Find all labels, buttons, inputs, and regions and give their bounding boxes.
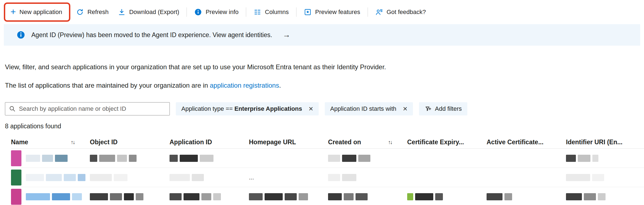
preview-features-label: Preview features xyxy=(315,9,360,16)
application-type-filter-prefix: Application type == xyxy=(181,105,234,112)
redacted-block xyxy=(55,155,68,162)
column-header-identifier-uri[interactable]: Identifier URI (En... xyxy=(566,138,644,146)
description-line-1: View, filter, and search applications in… xyxy=(5,63,639,71)
new-application-button[interactable]: + New application xyxy=(6,4,67,20)
new-application-label: New application xyxy=(20,9,62,16)
redacted-block xyxy=(114,174,127,181)
application-registrations-link[interactable]: application registrations xyxy=(210,82,279,89)
add-filters-button[interactable]: Add filters xyxy=(419,102,467,115)
column-header-application-id-label: Application ID xyxy=(170,138,212,146)
download-export-button[interactable]: Download (Export) xyxy=(113,4,184,20)
refresh-button[interactable]: Refresh xyxy=(71,4,113,20)
search-input[interactable] xyxy=(5,102,170,115)
app-avatar xyxy=(11,189,21,205)
got-feedback-button[interactable]: Got feedback? xyxy=(371,4,431,20)
redacted-block xyxy=(26,193,50,200)
application-id-filter-pill[interactable]: Application ID starts with × xyxy=(325,102,413,115)
toolbar-divider xyxy=(368,7,368,17)
got-feedback-label: Got feedback? xyxy=(387,9,426,16)
column-header-created-on[interactable]: Created on ↑↓ xyxy=(328,138,407,146)
cell-application_id xyxy=(170,174,249,181)
toolbar-divider xyxy=(246,7,246,17)
refresh-icon xyxy=(76,8,84,16)
redacted-block xyxy=(192,174,204,181)
redacted-block xyxy=(566,193,582,200)
cell-identifier_uri xyxy=(566,174,644,181)
redacted-block xyxy=(26,174,44,181)
redacted-block xyxy=(201,193,211,200)
redacted-block xyxy=(180,155,198,162)
redacted-block xyxy=(72,193,82,200)
redacted-block xyxy=(184,193,199,200)
redacted-block xyxy=(110,193,122,200)
redacted-block xyxy=(435,193,443,200)
redacted-block xyxy=(170,174,190,181)
preview-features-icon xyxy=(304,8,312,16)
redacted-block xyxy=(200,155,213,162)
cell-created_on xyxy=(328,174,407,181)
preview-features-button[interactable]: Preview features xyxy=(299,4,365,20)
redacted-block xyxy=(170,193,182,200)
redacted-block xyxy=(299,193,308,200)
redacted-block xyxy=(356,193,368,200)
redacted-block xyxy=(487,193,503,200)
redacted-block xyxy=(64,174,76,181)
description-line-2-period: . xyxy=(279,82,281,89)
download-icon xyxy=(118,8,126,16)
column-header-active-certificate[interactable]: Active Certificate... xyxy=(487,138,566,146)
table-row[interactable]: ... xyxy=(11,168,644,187)
redacted-block xyxy=(136,193,143,200)
redacted-block xyxy=(358,155,370,162)
toolbar-divider xyxy=(296,7,296,17)
new-application-highlight-box: + New application xyxy=(4,2,70,22)
banner-message: Agent ID (Preview) has been moved to the… xyxy=(31,31,272,39)
redacted-block xyxy=(584,193,596,200)
redacted-block xyxy=(78,174,85,181)
cell-homepage_url: ... xyxy=(249,174,328,181)
banner-info-icon xyxy=(16,31,25,39)
description-line-2-text: The list of applications that are mainta… xyxy=(5,82,210,89)
cell-application_id xyxy=(170,155,249,162)
column-header-object-id[interactable]: Object ID xyxy=(90,138,170,146)
sort-icon[interactable]: ↑↓ xyxy=(388,139,392,145)
info-icon xyxy=(194,8,202,16)
redacted-block xyxy=(90,174,112,181)
column-header-homepage-url[interactable]: Homepage URL xyxy=(249,138,328,146)
redacted-block xyxy=(342,155,356,162)
columns-label: Columns xyxy=(265,9,289,16)
columns-button[interactable]: Columns xyxy=(249,4,293,20)
column-header-application-id[interactable]: Application ID xyxy=(170,138,249,146)
redacted-block xyxy=(285,193,297,200)
plus-icon: + xyxy=(10,7,16,16)
table-row[interactable] xyxy=(11,149,644,168)
cell-identifier_uri xyxy=(566,193,644,200)
redacted-block xyxy=(90,155,97,162)
preview-info-label: Preview info xyxy=(206,9,238,16)
redacted-block xyxy=(342,174,356,181)
column-header-certificate-expiry[interactable]: Certificate Expiry... xyxy=(407,138,487,146)
feedback-icon xyxy=(375,8,383,16)
sort-icon[interactable]: ↑↓ xyxy=(71,139,74,145)
cell-object_id xyxy=(90,155,170,162)
preview-info-button[interactable]: Preview info xyxy=(190,4,243,20)
table-row[interactable] xyxy=(11,187,644,205)
search-icon xyxy=(9,105,16,113)
cell-application_id xyxy=(170,193,249,200)
column-header-certificate-expiry-label: Certificate Expiry... xyxy=(407,138,464,146)
application-id-filter-label: Application ID starts with xyxy=(330,105,396,112)
redacted-block xyxy=(415,193,433,200)
cell-homepage_url xyxy=(249,193,328,200)
remove-id-filter-icon[interactable]: × xyxy=(403,105,407,113)
column-header-name[interactable]: Name ↑↓ xyxy=(11,138,90,146)
redacted-block xyxy=(566,155,576,162)
remove-type-filter-icon[interactable]: × xyxy=(309,105,313,113)
redacted-block xyxy=(566,174,590,181)
application-type-filter-pill[interactable]: Application type == Enterprise Applicati… xyxy=(176,102,319,115)
redacted-block xyxy=(598,193,606,200)
redacted-block xyxy=(213,193,221,200)
cell-name xyxy=(11,170,90,185)
banner-arrow-link[interactable]: → xyxy=(283,31,290,39)
search-box xyxy=(5,102,170,115)
redacted-block xyxy=(407,193,413,200)
agent-id-info-banner: Agent ID (Preview) has been moved to the… xyxy=(4,24,640,46)
